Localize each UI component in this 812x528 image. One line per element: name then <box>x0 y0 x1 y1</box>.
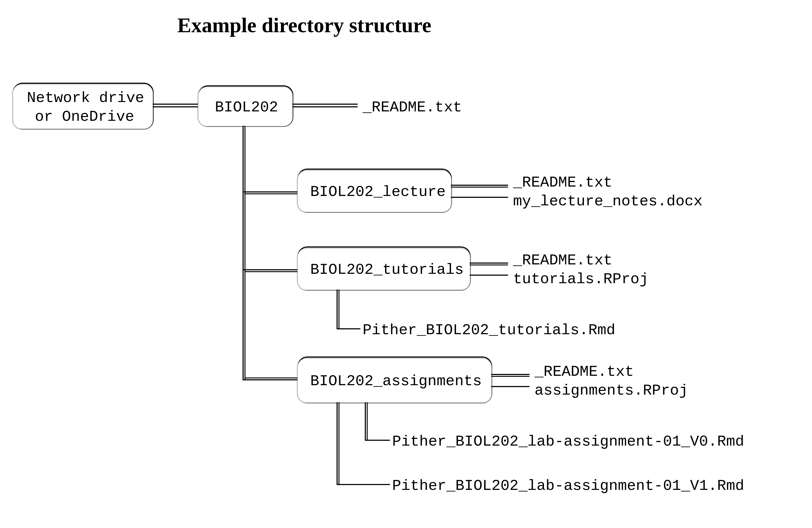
lecture-label: BIOL202_lecture <box>310 183 446 200</box>
file-assignment-v0: Pither_BIOL202_lab-assignment-01_V0.Rmd <box>392 433 744 450</box>
node-root: Network drive or OneDrive <box>13 83 153 129</box>
file-tutorials-rproj: tutorials.RProj <box>513 271 649 288</box>
file-tutorials-readme: _README.txt <box>513 252 612 269</box>
tutorials-label: BIOL202_tutorials <box>310 261 464 278</box>
file-biol-readme: _README.txt <box>362 99 462 116</box>
root-line2: or OneDrive <box>35 108 134 125</box>
file-lecture-notes: my_lecture_notes.docx <box>513 193 703 210</box>
node-lecture: BIOL202_lecture <box>298 169 451 212</box>
directory-diagram: Example directory structure Network driv… <box>0 0 812 528</box>
file-lecture-readme: _README.txt <box>513 174 612 191</box>
file-tutorials-rmd: Pither_BIOL202_tutorials.Rmd <box>363 321 615 339</box>
biol202-label: BIOL202 <box>215 99 278 116</box>
file-assignments-rproj: assignments.RProj <box>535 382 688 399</box>
node-biol202: BIOL202 <box>198 86 293 126</box>
root-line1: Network drive <box>27 89 144 107</box>
diagram-title: Example directory structure <box>177 13 431 37</box>
file-assignment-v1: Pither_BIOL202_lab-assignment-01_V1.Rmd <box>392 477 744 495</box>
node-assignments: BIOL202_assignments <box>298 357 492 403</box>
node-tutorials: BIOL202_tutorials <box>298 247 470 290</box>
file-assignments-readme: _README.txt <box>534 363 634 380</box>
assignments-label: BIOL202_assignments <box>310 373 482 390</box>
